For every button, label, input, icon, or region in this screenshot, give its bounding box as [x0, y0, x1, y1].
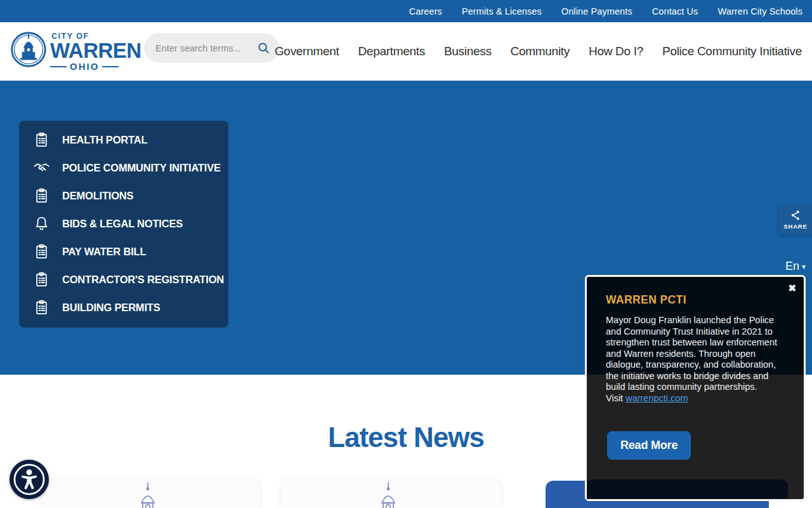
courthouse-sketch-image — [357, 481, 426, 508]
popup-visit-prefix: Visit — [606, 393, 625, 403]
clipboard-icon — [33, 271, 50, 288]
quick-link-bids-legal-notices[interactable]: BIDS & LEGAL NOTICES — [33, 210, 228, 237]
quick-link-police-community-initiative[interactable]: POLICE COMMUNITY INITIATIVE — [33, 154, 228, 182]
popup-body: Mayor Doug Franklin launched the Police … — [606, 315, 790, 404]
close-icon[interactable]: ✖ — [788, 283, 796, 293]
quick-link-contractors-registration[interactable]: CONTRACTOR'S REGISTRATION — [33, 265, 228, 293]
bell-icon — [33, 215, 50, 232]
language-selected: En — [785, 260, 799, 273]
quick-link-label: HEALTH PORTAL — [62, 134, 147, 146]
quick-link-label: BIDS & LEGAL NOTICES — [62, 218, 183, 230]
warrenpcti-link[interactable]: warrenpcti.com — [625, 393, 688, 403]
nav-community[interactable]: Community — [511, 44, 570, 58]
share-label: SHARE — [783, 223, 807, 230]
logo-warren: WARREN — [50, 41, 141, 60]
topbar-link-contact-us[interactable]: Contact Us — [652, 6, 698, 17]
quick-link-health-portal[interactable]: HEALTH PORTAL — [33, 126, 228, 154]
logo-ohio: OHIO — [50, 61, 141, 72]
clipboard-icon — [33, 131, 50, 149]
search-icon[interactable] — [257, 41, 271, 55]
topbar: Careers Permits & Licenses Online Paymen… — [0, 0, 812, 22]
handshake-icon — [33, 159, 50, 177]
quick-link-label: PAY WATER BILL — [62, 246, 146, 258]
main-navigation: Government Departments Business Communit… — [275, 22, 802, 81]
clipboard-icon — [33, 243, 50, 260]
share-button[interactable]: SHARE — [779, 204, 812, 235]
quick-link-label: BUILDING PERMITS — [62, 302, 160, 314]
clipboard-icon — [33, 187, 50, 204]
chevron-down-icon: ▾ — [802, 262, 806, 271]
read-more-button[interactable]: Read More — [607, 431, 691, 460]
nav-government[interactable]: Government — [275, 44, 339, 58]
news-card[interactable] — [281, 479, 501, 508]
quick-links-panel: HEALTH PORTAL POLICE COMMUNITY INITIATIV… — [19, 121, 228, 328]
quick-link-demolitions[interactable]: DEMOLITIONS — [33, 182, 228, 210]
search-input[interactable] — [155, 43, 257, 53]
news-card[interactable] — [41, 479, 260, 508]
logo-rule-right — [102, 66, 119, 67]
topbar-link-online-payments[interactable]: Online Payments — [561, 6, 632, 17]
accessibility-person-icon — [11, 462, 47, 497]
quick-link-label: POLICE COMMUNITY INITIATIVE — [62, 162, 221, 174]
quick-link-building-permits[interactable]: BUILDING PERMITS — [33, 293, 228, 321]
quick-link-label: DEMOLITIONS — [62, 190, 133, 202]
logo-text: CITY OF WARREN OHIO — [50, 32, 141, 72]
logo-emblem-icon — [10, 25, 48, 74]
popup-footer-panel — [587, 479, 788, 499]
quick-link-label: CONTRACTOR'S REGISTRATION — [62, 274, 224, 286]
site-header: CITY OF WARREN OHIO Government Departmen… — [0, 22, 812, 81]
popup-paragraph: Mayor Doug Franklin launched the Police … — [606, 315, 777, 392]
language-selector[interactable]: En ▾ — [785, 260, 806, 273]
nav-how-do-i[interactable]: How Do I? — [589, 44, 643, 58]
share-icon — [790, 210, 801, 221]
logo-rule-left — [50, 66, 67, 67]
topbar-link-warren-city-schools[interactable]: Warren City Schools — [717, 6, 802, 17]
pcti-popup: ✖ WARREN PCTI Mayor Doug Franklin launch… — [585, 275, 806, 501]
nav-business[interactable]: Business — [444, 44, 492, 58]
nav-departments[interactable]: Departments — [358, 44, 424, 58]
search-box — [144, 33, 279, 63]
nav-police-community-initiative[interactable]: Police Community Initiative — [662, 44, 802, 58]
topbar-link-careers[interactable]: Careers — [409, 6, 442, 17]
page: Careers Permits & Licenses Online Paymen… — [0, 0, 812, 508]
courthouse-sketch-image — [116, 481, 186, 508]
topbar-link-permits-licenses[interactable]: Permits & Licenses — [462, 6, 542, 17]
popup-title: WARREN PCTI — [606, 293, 686, 307]
accessibility-button[interactable] — [10, 460, 49, 499]
site-logo[interactable]: CITY OF WARREN OHIO — [10, 25, 141, 74]
quick-link-pay-water-bill[interactable]: PAY WATER BILL — [33, 237, 228, 265]
clipboard-icon — [33, 299, 50, 316]
